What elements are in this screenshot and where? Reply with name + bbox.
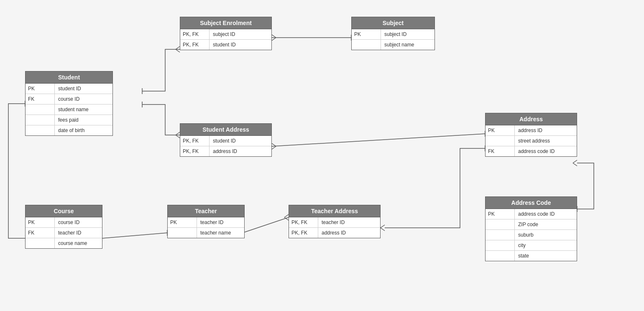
table-subject-header: Subject <box>352 17 434 29</box>
table-address-code-header: Address Code <box>486 197 577 209</box>
row-field: address ID <box>515 125 577 135</box>
table-row: street address <box>486 136 577 146</box>
table-course: Course PK course ID FK teacher ID course… <box>25 205 102 249</box>
table-row: PK teacher ID <box>168 217 244 228</box>
row-field: subject name <box>381 40 434 50</box>
svg-line-8 <box>176 132 180 135</box>
svg-line-9 <box>176 135 180 138</box>
row-key <box>26 125 55 135</box>
table-row: state <box>486 251 577 261</box>
row-field: course name <box>55 238 102 248</box>
row-key: FK <box>26 94 55 104</box>
table-row: ZIP code <box>486 219 577 230</box>
table-address-header: Address <box>486 113 577 125</box>
row-field: address code ID <box>515 146 577 156</box>
svg-line-20 <box>102 233 167 238</box>
table-subject: Subject PK subject ID subject name <box>351 17 435 50</box>
table-row: course name <box>26 238 102 248</box>
table-row: PK course ID <box>26 217 102 228</box>
table-row: date of birth <box>26 125 112 135</box>
table-address-body: PK address ID street address FK address … <box>486 125 577 156</box>
svg-line-28 <box>381 225 385 228</box>
row-key <box>486 219 515 229</box>
table-row: FK teacher ID <box>26 228 102 238</box>
table-subject-enrolment-header: Subject Enrolment <box>180 17 271 29</box>
table-student-address-body: PK, FK student ID PK, FK address ID <box>180 136 271 156</box>
row-key: PK, FK <box>289 228 318 238</box>
row-key <box>352 40 381 50</box>
svg-line-2 <box>272 38 276 41</box>
row-key: PK, FK <box>180 136 210 146</box>
row-field: student ID <box>210 136 271 146</box>
svg-line-12 <box>272 146 276 149</box>
table-row: PK, FK student ID <box>180 40 271 50</box>
table-row: FK course ID <box>26 94 112 105</box>
table-teacher-header: Teacher <box>168 205 244 217</box>
svg-line-1 <box>272 35 276 38</box>
table-course-header: Course <box>26 205 102 217</box>
row-field: teacher ID <box>55 228 102 238</box>
row-field: address ID <box>318 228 380 238</box>
row-key: FK <box>486 146 515 156</box>
table-teacher-address-header: Teacher Address <box>289 205 380 217</box>
row-key <box>486 251 515 261</box>
table-row: PK student ID <box>26 84 112 94</box>
table-row: PK, FK address ID <box>289 228 380 238</box>
table-teacher-address: Teacher Address PK, FK teacher ID PK, FK… <box>289 205 381 238</box>
table-row: PK address ID <box>486 125 577 136</box>
table-subject-enrolment: Subject Enrolment PK, FK subject ID PK, … <box>180 17 272 50</box>
row-key <box>168 228 197 238</box>
row-field: teacher ID <box>318 217 380 227</box>
row-field: address ID <box>210 146 271 156</box>
row-key: PK <box>26 84 55 94</box>
table-student: Student PK student ID FK course ID stude… <box>25 71 113 136</box>
row-key: PK, FK <box>289 217 318 227</box>
table-row: PK address code ID <box>486 209 577 219</box>
table-student-address: Student Address PK, FK student ID PK, FK… <box>180 123 272 157</box>
svg-line-10 <box>272 134 485 146</box>
row-field: fees paid <box>55 115 112 125</box>
svg-line-14 <box>573 160 577 163</box>
table-address-code-body: PK address code ID ZIP code suburb city … <box>486 209 577 261</box>
table-student-header: Student <box>26 71 112 84</box>
table-teacher-body: PK teacher ID teacher name <box>168 217 244 238</box>
row-field: student ID <box>210 40 271 50</box>
svg-line-5 <box>176 46 180 49</box>
row-key <box>486 240 515 250</box>
table-subject-enrolment-body: PK, FK subject ID PK, FK student ID <box>180 29 271 50</box>
row-key: PK <box>168 217 197 227</box>
row-field: teacher ID <box>197 217 244 227</box>
table-subject-body: PK subject ID subject name <box>352 29 434 50</box>
row-field: date of birth <box>55 125 112 135</box>
row-field: course ID <box>55 94 112 104</box>
table-address-code: Address Code PK address code ID ZIP code… <box>485 196 577 261</box>
svg-line-26 <box>284 214 289 217</box>
table-address: Address PK address ID street address FK … <box>485 113 577 157</box>
row-field: suburb <box>515 230 577 240</box>
row-field: ZIP code <box>515 219 577 229</box>
svg-line-11 <box>272 143 276 146</box>
row-field: course ID <box>55 217 102 227</box>
row-field: student name <box>55 105 112 115</box>
row-field: address code ID <box>515 209 577 219</box>
row-key <box>486 136 515 146</box>
row-key: PK, FK <box>180 40 210 50</box>
table-student-address-header: Student Address <box>180 124 271 136</box>
er-diagram-canvas: Subject Enrolment PK, FK subject ID PK, … <box>0 0 644 311</box>
svg-line-27 <box>284 217 289 220</box>
table-row: subject name <box>352 40 434 50</box>
row-key: PK, FK <box>180 146 210 156</box>
table-row: PK, FK address ID <box>180 146 271 156</box>
table-row: suburb <box>486 230 577 240</box>
table-teacher-address-body: PK, FK teacher ID PK, FK address ID <box>289 217 380 238</box>
row-key: PK <box>486 125 515 135</box>
table-row: FK address code ID <box>486 146 577 156</box>
table-row: teacher name <box>168 228 244 238</box>
table-student-body: PK student ID FK course ID student name … <box>26 84 112 135</box>
row-key <box>26 115 55 125</box>
table-row: student name <box>26 105 112 115</box>
svg-line-6 <box>176 49 180 52</box>
row-field: street address <box>515 136 577 146</box>
table-row: city <box>486 240 577 251</box>
row-key: PK <box>352 29 381 39</box>
